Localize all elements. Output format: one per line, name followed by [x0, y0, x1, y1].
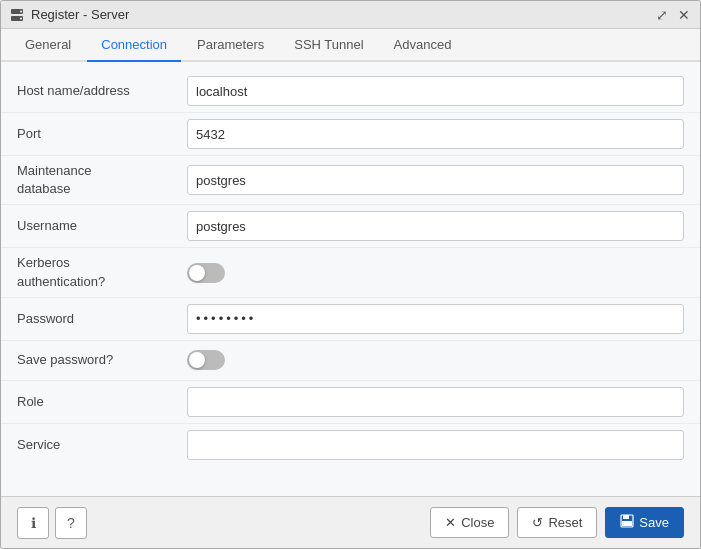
close-icon: ✕ [445, 515, 456, 530]
svg-point-2 [20, 10, 22, 12]
svg-rect-5 [623, 515, 629, 519]
footer: ℹ ? ✕ Close ↺ Reset [1, 496, 700, 548]
label-hostname: Host name/address [17, 82, 187, 100]
toggle-save-password-thumb [189, 352, 205, 368]
label-kerberos: Kerberosauthentication? [17, 254, 187, 290]
help-button[interactable]: ? [55, 507, 87, 539]
label-role: Role [17, 393, 187, 411]
svg-point-3 [20, 17, 22, 19]
label-maintenance-db: Maintenancedatabase [17, 162, 187, 198]
input-username[interactable] [187, 211, 684, 241]
form-row-service: Service [1, 424, 700, 466]
toggle-kerberos-track [187, 263, 225, 283]
form-row-port: Port [1, 113, 700, 156]
label-save-password: Save password? [17, 351, 187, 369]
input-port[interactable] [187, 119, 684, 149]
help-icon: ? [67, 515, 75, 531]
title-bar-controls: ⤢ ✕ [654, 5, 692, 25]
info-icon: ℹ [31, 515, 36, 531]
input-password[interactable] [187, 304, 684, 334]
tab-advanced[interactable]: Advanced [380, 29, 466, 62]
tab-ssh-tunnel[interactable]: SSH Tunnel [280, 29, 377, 62]
save-button[interactable]: Save [605, 507, 684, 538]
reset-icon: ↺ [532, 515, 543, 530]
save-label: Save [639, 515, 669, 530]
toggle-save-password-track [187, 350, 225, 370]
window-title: Register - Server [31, 7, 129, 22]
form-body: Host name/address Port Maintenancedataba… [1, 62, 700, 474]
label-service: Service [17, 436, 187, 454]
label-username: Username [17, 217, 187, 235]
server-icon [9, 7, 25, 23]
close-window-button[interactable]: ✕ [676, 5, 692, 25]
tab-general[interactable]: General [11, 29, 85, 62]
close-label: Close [461, 515, 494, 530]
form-row-password: Password [1, 298, 700, 341]
tab-bar: General Connection Parameters SSH Tunnel… [1, 29, 700, 62]
close-button[interactable]: ✕ Close [430, 507, 509, 538]
title-bar-left: Register - Server [9, 7, 129, 23]
footer-right: ✕ Close ↺ Reset Save [430, 507, 684, 538]
tab-parameters[interactable]: Parameters [183, 29, 278, 62]
label-port: Port [17, 125, 187, 143]
input-service[interactable] [187, 430, 684, 460]
form-row-username: Username [1, 205, 700, 248]
toggle-save-password[interactable] [187, 350, 225, 370]
form-content: Host name/address Port Maintenancedataba… [1, 62, 700, 496]
form-row-maintenance-db: Maintenancedatabase [1, 156, 700, 205]
reset-button[interactable]: ↺ Reset [517, 507, 597, 538]
title-bar: Register - Server ⤢ ✕ [1, 1, 700, 29]
svg-rect-6 [622, 521, 632, 526]
form-row-kerberos: Kerberosauthentication? [1, 248, 700, 297]
reset-label: Reset [548, 515, 582, 530]
register-server-window: Register - Server ⤢ ✕ General Connection… [0, 0, 701, 549]
toggle-kerberos[interactable] [187, 263, 225, 283]
info-button[interactable]: ℹ [17, 507, 49, 539]
toggle-kerberos-thumb [189, 265, 205, 281]
form-row-save-password: Save password? [1, 341, 700, 381]
form-row-role: Role [1, 381, 700, 424]
input-hostname[interactable] [187, 76, 684, 106]
tab-connection[interactable]: Connection [87, 29, 181, 62]
save-icon [620, 514, 634, 531]
input-role[interactable] [187, 387, 684, 417]
input-maintenance-db[interactable] [187, 165, 684, 195]
label-password: Password [17, 310, 187, 328]
form-row-hostname: Host name/address [1, 70, 700, 113]
footer-left: ℹ ? [17, 507, 87, 539]
expand-button[interactable]: ⤢ [654, 5, 670, 25]
